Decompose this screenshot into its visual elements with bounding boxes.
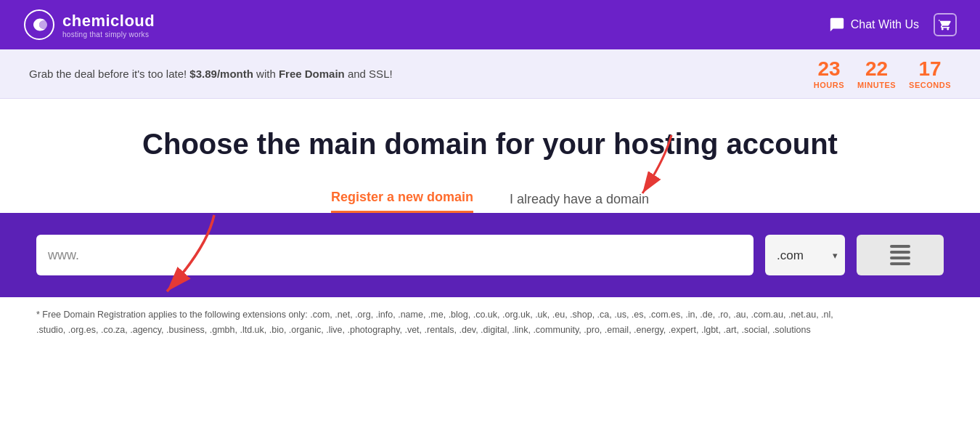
chat-icon <box>829 17 845 33</box>
header: chemicloud hosting that simply works Cha… <box>0 0 980 49</box>
promo-text-before: Grab the deal before it's too late! <box>29 68 187 80</box>
tabs-wrapper: Register a new domain I already have a d… <box>200 190 780 213</box>
arrow-search-input <box>127 211 221 309</box>
logo-text: chemicloud hosting that simply works <box>62 12 155 39</box>
chat-button[interactable]: Chat With Us <box>829 17 919 33</box>
promo-bar: Grab the deal before it's too late! $3.8… <box>0 49 980 99</box>
promo-text-after: and SSL! <box>348 68 393 80</box>
main-content: Choose the main domain for your hosting … <box>0 99 980 297</box>
logo-tagline: hosting that simply works <box>62 31 155 39</box>
promo-price: $3.89/month <box>189 68 253 80</box>
cart-icon <box>939 18 952 31</box>
tld-select-wrapper: .com .net .org .info .co.uk ▾ <box>765 235 845 275</box>
countdown-seconds: 17 SECONDS <box>909 59 951 89</box>
chat-label: Chat With Us <box>851 18 919 31</box>
promo-text: Grab the deal before it's too late! $3.8… <box>29 68 393 80</box>
logo-name: chemicloud <box>62 12 155 31</box>
page-title: Choose the main domain for your hosting … <box>142 128 838 161</box>
tabs-area: Register a new domain I already have a d… <box>331 190 649 213</box>
search-button[interactable] <box>857 235 944 275</box>
promo-text-middle: with <box>256 68 279 80</box>
arrow-new-domain <box>613 132 679 207</box>
free-domain-line2: .studio, .org.es, .co.za, .agency, .busi… <box>36 323 944 338</box>
search-bars-icon <box>890 245 910 265</box>
tab-register-new-domain[interactable]: Register a new domain <box>331 190 473 213</box>
countdown-minutes: 22 MINUTES <box>857 59 896 89</box>
seconds-label: SECONDS <box>909 81 951 89</box>
minutes-label: MINUTES <box>857 81 896 89</box>
hours-label: HOURS <box>814 81 844 89</box>
seconds-value: 17 <box>909 59 951 79</box>
minutes-value: 22 <box>857 59 896 79</box>
free-domain-line1: * Free Domain Registration applies to th… <box>36 307 944 323</box>
cart-button[interactable] <box>934 13 957 36</box>
logo-area: chemicloud hosting that simply works <box>23 9 155 41</box>
header-right: Chat With Us <box>829 13 957 36</box>
hours-value: 23 <box>814 59 844 79</box>
logo-icon <box>23 9 55 41</box>
promo-free-domain: Free Domain <box>279 68 345 80</box>
countdown-hours: 23 HOURS <box>814 59 844 89</box>
tld-dropdown[interactable]: .com .net .org .info .co.uk <box>765 235 845 275</box>
countdown: 23 HOURS 22 MINUTES 17 SECONDS <box>814 59 951 89</box>
